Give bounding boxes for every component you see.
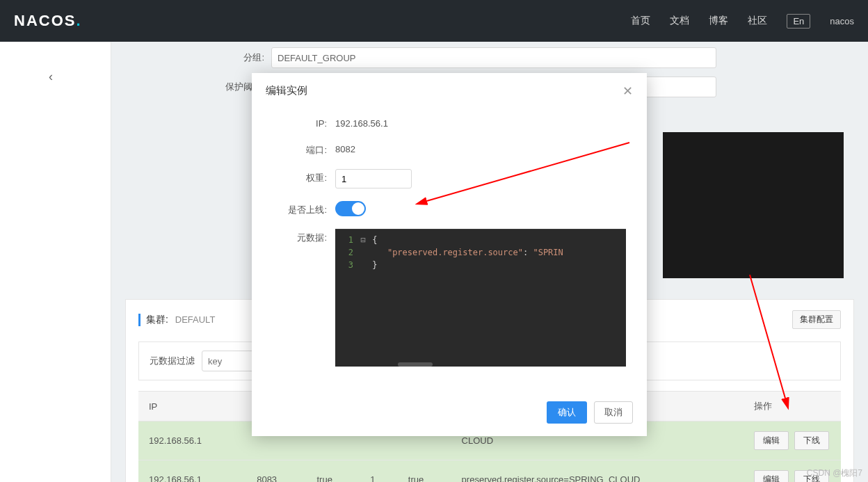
weight-row: 权重: [273, 169, 626, 188]
nav-blog[interactable]: 博客 [709, 15, 728, 27]
gutter-spacer [359, 246, 367, 259]
cluster-name: DEFAULT [175, 314, 216, 325]
cluster-title: 集群: DEFAULT [138, 314, 215, 326]
lang-toggle[interactable]: En [787, 14, 810, 29]
ip-label: IP: [273, 115, 335, 129]
edit-button[interactable]: 编辑 [754, 431, 789, 450]
code-line: 3 } [335, 259, 626, 271]
nav-docs[interactable]: 文档 [670, 15, 689, 27]
cell-ops: 编辑 下线 [744, 421, 841, 460]
port-value: 8082 [335, 141, 355, 154]
nav-home[interactable]: 首页 [631, 15, 650, 27]
cell-port: 8083 [246, 460, 306, 483]
scroll-thumb[interactable] [398, 362, 433, 367]
cluster-title-label: 集群: [146, 314, 168, 325]
line-content: "preserved.register.source": "SPRIN [367, 246, 626, 259]
weight-label: 权重: [273, 169, 335, 184]
line-content: { [367, 234, 626, 246]
port-row: 端口: 8082 [273, 141, 626, 156]
logo-dot: . [76, 12, 81, 29]
online-row: 是否上线: [273, 201, 626, 216]
app-header: NACOS. 首页 文档 博客 社区 En nacos [0, 0, 868, 42]
protect-label: 保护阈值: [125, 81, 264, 93]
filter-label: 元数据过滤 [150, 355, 195, 367]
cell-ip: 192.168.56.1 [138, 460, 246, 483]
top-nav: 首页 文档 博客 社区 En nacos [631, 14, 854, 29]
group-label: 分组: [125, 51, 264, 64]
edit-instance-dialog: 编辑实例 ✕ IP: 192.168.56.1 端口: 8082 权重: 是否上… [252, 73, 647, 436]
code-line: 2 "preserved.register.source": "SPRIN [335, 246, 626, 259]
sidebar: ‹ [0, 42, 111, 482]
user-label[interactable]: nacos [830, 16, 854, 26]
watermark: CSDN @槐阳7 [807, 467, 862, 479]
gutter-spacer [359, 259, 367, 271]
dialog-title: 编辑实例 [266, 84, 307, 97]
nav-community[interactable]: 社区 [748, 15, 767, 27]
cell-ip: 192.168.56.1 [138, 421, 246, 460]
offline-button[interactable]: 下线 [794, 431, 829, 450]
cell-healthy: true [398, 460, 451, 483]
online-label: 是否上线: [273, 201, 335, 216]
online-switch[interactable] [335, 201, 366, 216]
th-ip: IP [138, 392, 246, 421]
dialog-body: IP: 192.168.56.1 端口: 8082 权重: 是否上线: 元数据:… [252, 109, 647, 393]
confirm-button[interactable]: 确认 [547, 401, 587, 424]
logo: NACOS. [14, 12, 82, 30]
fold-icon[interactable]: ⊟ [359, 234, 367, 246]
ip-row: IP: 192.168.56.1 [273, 115, 626, 129]
cluster-config-button[interactable]: 集群配置 [792, 310, 841, 329]
line-number: 3 [335, 259, 359, 271]
logo-text: NACOS [14, 12, 76, 29]
sidebar-collapse-icon[interactable]: ‹ [49, 70, 53, 84]
weight-input[interactable] [335, 169, 412, 188]
meta-row: 元数据: 1⊟ { 2 "preserved.register.source":… [273, 229, 626, 367]
group-row: 分组: [125, 42, 854, 68]
ip-value: 192.168.56.1 [335, 115, 388, 129]
code-line: 1⊟ { [335, 234, 626, 246]
th-ops: 操作 [744, 392, 841, 421]
background-code-block [663, 132, 844, 278]
line-number: 1 [335, 234, 359, 246]
table-row: 192.168.56.1 8083 true 1 true preserved.… [138, 460, 841, 483]
meta-label: 元数据: [273, 229, 335, 244]
editor-scrollbar[interactable] [335, 362, 626, 367]
edit-button[interactable]: 编辑 [754, 470, 789, 482]
metadata-editor[interactable]: 1⊟ { 2 "preserved.register.source": "SPR… [335, 229, 626, 367]
switch-knob [352, 202, 364, 215]
cell-meta: preserved.register.source=SPRING_CLOUD [451, 460, 744, 483]
close-icon[interactable]: ✕ [622, 85, 633, 97]
port-label: 端口: [273, 141, 335, 156]
dialog-footer: 确认 取消 [252, 393, 647, 436]
cancel-button[interactable]: 取消 [594, 401, 633, 424]
line-number: 2 [335, 246, 359, 259]
line-content: } [367, 259, 626, 271]
dialog-header: 编辑实例 ✕ [252, 73, 647, 109]
cell-ephemeral: true [307, 460, 360, 483]
cell-weight: 1 [360, 460, 398, 483]
group-input[interactable] [271, 47, 716, 68]
